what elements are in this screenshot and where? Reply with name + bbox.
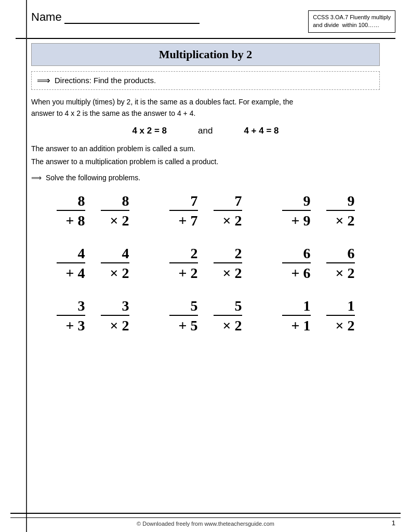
solve-label: Solve the following problems.	[46, 174, 140, 182]
problem-8-add: 8 + 8	[57, 192, 85, 229]
pair-3: 3 + 3 3 × 2	[57, 297, 129, 334]
top-num: 2	[191, 245, 198, 262]
problem-7-add: 7 + 7	[169, 192, 198, 229]
top-num: 3	[78, 297, 85, 315]
content-area: When you multiply (times) by 2, it is th…	[16, 96, 395, 335]
top-divider	[16, 38, 395, 39]
example-and: and	[198, 126, 213, 136]
problem-2-mult: 2 × 2	[214, 245, 242, 282]
problem-7-mult: 7 × 2	[214, 192, 242, 229]
problem-9-add: 9 + 9	[282, 192, 311, 229]
top-num: 8	[78, 192, 85, 210]
bottom-num: × 2	[326, 210, 355, 230]
top-num: 2	[235, 245, 242, 262]
bottom-num: × 2	[214, 262, 242, 282]
bottom-num: + 3	[57, 315, 85, 335]
title-text: Multiplication by 2	[159, 48, 253, 61]
worksheet-title: Multiplication by 2	[31, 43, 380, 66]
bottom-num: × 2	[326, 315, 355, 335]
solve-directions: ⟹ Solve the following problems.	[31, 174, 380, 182]
directions-box: ⟹ Directions: Find the products.	[31, 71, 380, 90]
problem-2-add: 2 + 2	[169, 245, 198, 282]
answer-line2: The answer to a multiplication problem i…	[31, 157, 218, 166]
example-left: 4 x 2 = 8	[132, 126, 167, 136]
top-num: 6	[303, 245, 311, 262]
bottom-num: + 7	[169, 210, 198, 230]
bottom-num: × 2	[214, 315, 242, 335]
bottom-num: × 2	[101, 262, 129, 282]
top-num: 1	[303, 297, 311, 315]
name-field: Name	[31, 10, 200, 24]
problem-5-mult: 5 × 2	[214, 297, 242, 334]
top-num: 4	[122, 245, 129, 262]
pair-6: 6 + 6 6 × 2	[282, 245, 355, 282]
problem-6-mult: 6 × 2	[326, 245, 355, 282]
directions-text: Directions: Find the products.	[55, 76, 156, 85]
problem-5-add: 5 + 5	[169, 297, 198, 334]
header-row: Name CCSS 3.OA.7 Fluently multiplyand di…	[16, 10, 395, 33]
top-num: 8	[122, 192, 129, 210]
top-num: 5	[235, 297, 242, 315]
problem-4-mult: 4 × 2	[101, 245, 129, 282]
problem-6-add: 6 + 6	[282, 245, 311, 282]
problem-1-add: 1 + 1	[282, 297, 311, 334]
bottom-num: + 9	[282, 210, 311, 230]
explanation-line1: When you multiply (times) by 2, it is th…	[31, 98, 293, 106]
example-row: 4 x 2 = 8 and 4 + 4 = 8	[31, 126, 380, 136]
problem-9-mult: 9 × 2	[326, 192, 355, 229]
example-right: 4 + 4 = 8	[244, 126, 279, 136]
pair-4: 4 + 4 4 × 2	[57, 245, 129, 282]
explanation-paragraph: When you multiply (times) by 2, it is th…	[31, 96, 380, 119]
pair-1: 1 + 1 1 × 2	[282, 297, 355, 334]
problem-4-add: 4 + 4	[57, 245, 85, 282]
name-underline	[64, 14, 200, 24]
solve-arrow-icon: ⟹	[31, 174, 42, 182]
top-num: 4	[78, 245, 85, 262]
bottom-divider	[10, 513, 401, 514]
bottom-num: + 5	[169, 315, 198, 335]
name-label: Name	[31, 8, 62, 23]
problems-row-1: 8 + 8 8 × 2 7 + 7 7 × 2	[36, 192, 375, 229]
bottom-num: × 2	[101, 210, 129, 230]
pair-2: 2 + 2 2 × 2	[169, 245, 242, 282]
explanation-line2: answer to 4 x 2 is the same as the answe…	[31, 109, 195, 117]
arrow-icon: ⟹	[37, 75, 50, 86]
top-num: 6	[348, 245, 355, 262]
problem-3-add: 3 + 3	[57, 297, 85, 334]
bottom-num: + 1	[282, 315, 311, 335]
footer-text: © Downloaded freely from www.theteachers…	[137, 521, 274, 527]
problems-row-3: 3 + 3 3 × 2 5 + 5 5 × 2	[36, 297, 375, 334]
top-num: 7	[191, 192, 198, 210]
bottom-num: + 6	[282, 262, 311, 282]
bottom-num: + 4	[57, 262, 85, 282]
problem-8-mult: 8 × 2	[101, 192, 129, 229]
bottom-num: + 8	[57, 210, 85, 230]
pair-8: 8 + 8 8 × 2	[57, 192, 129, 229]
problems-row-2: 4 + 4 4 × 2 2 + 2 2 × 2	[36, 245, 375, 282]
pair-9: 9 + 9 9 × 2	[282, 192, 355, 229]
page-number: 1	[392, 519, 395, 527]
top-num: 3	[122, 297, 129, 315]
answer-facts: The answer to an addition problem is cal…	[31, 142, 380, 168]
problem-1-mult: 1 × 2	[326, 297, 355, 334]
standards-box: CCSS 3.OA.7 Fluently multiplyand divide …	[308, 10, 395, 33]
footer: © Downloaded freely from www.theteachers…	[10, 517, 401, 527]
worksheet-page: Name CCSS 3.OA.7 Fluently multiplyand di…	[0, 0, 411, 532]
bottom-num: + 2	[169, 262, 198, 282]
pair-7: 7 + 7 7 × 2	[169, 192, 242, 229]
answer-line1: The answer to an addition problem is cal…	[31, 144, 195, 153]
top-num: 1	[348, 297, 355, 315]
top-num: 9	[348, 192, 355, 210]
bottom-num: × 2	[326, 262, 355, 282]
top-num: 7	[235, 192, 242, 210]
pair-5: 5 + 5 5 × 2	[169, 297, 242, 334]
top-num: 5	[191, 297, 198, 315]
bottom-num: × 2	[101, 315, 129, 335]
standards-text: CCSS 3.OA.7 Fluently multiplyand divide …	[313, 14, 391, 28]
bottom-num: × 2	[214, 210, 242, 230]
top-num: 9	[303, 192, 311, 210]
problem-3-mult: 3 × 2	[101, 297, 129, 334]
problems-section: 8 + 8 8 × 2 7 + 7 7 × 2	[31, 192, 380, 335]
